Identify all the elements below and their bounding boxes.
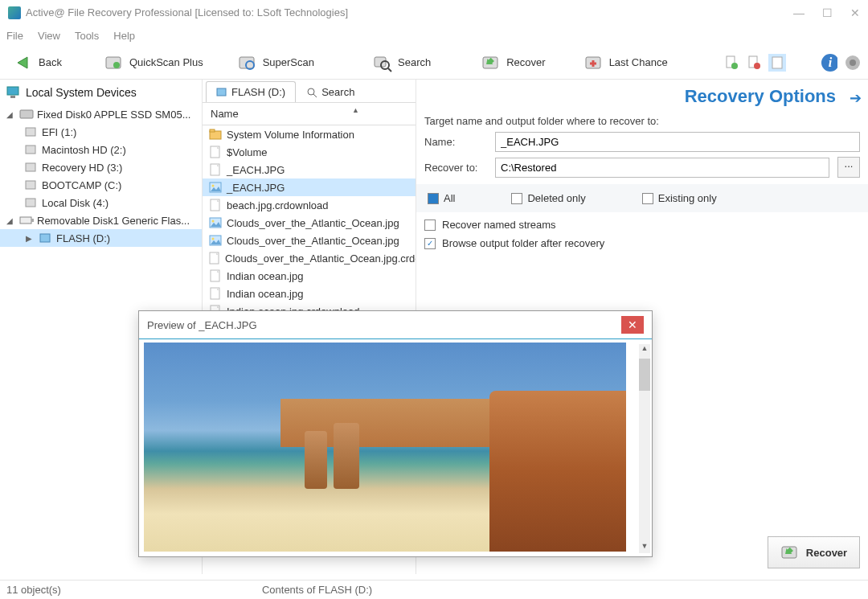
- target-description: Target name and output folder where to r…: [424, 115, 860, 127]
- tree-vol-recovery[interactable]: Recovery HD (3:): [0, 158, 202, 176]
- expand-arrow-icon[interactable]: ▶: [26, 234, 35, 243]
- tree-vol-macintosh[interactable]: Macintosh HD (2:): [0, 141, 202, 158]
- filter-all-radio[interactable]: All: [428, 192, 455, 204]
- filter-deleted-radio[interactable]: Deleted only: [511, 192, 585, 204]
- volume-icon: [24, 161, 39, 174]
- menu-tools[interactable]: Tools: [75, 30, 99, 42]
- browse-folder-button[interactable]: ...: [837, 157, 860, 178]
- file-row[interactable]: Indian ocean.jpg: [203, 285, 416, 302]
- quickscan-button[interactable]: QuickScan Plus: [99, 49, 208, 76]
- search-button[interactable]: Search: [367, 49, 436, 76]
- search-label: Search: [398, 56, 431, 68]
- fixed-disk-icon: [19, 108, 34, 121]
- file-row[interactable]: $Volume: [203, 143, 416, 161]
- file-row[interactable]: Clouds_over_the_Atlantic_Ocean.jpg: [203, 232, 416, 249]
- statusbar: 11 object(s) Contents of FLASH (D:): [0, 580, 868, 599]
- svg-line-31: [313, 94, 317, 97]
- svg-rect-28: [40, 234, 50, 242]
- file-row[interactable]: _EACH.JPG: [203, 161, 416, 178]
- sort-asc-icon: ▲: [352, 106, 359, 114]
- name-input[interactable]: [495, 132, 860, 152]
- svg-rect-27: [31, 219, 34, 222]
- file-name: Indian ocean.jpg: [227, 270, 303, 282]
- svg-rect-22: [26, 146, 35, 154]
- doc-highlight-icon[interactable]: [768, 54, 786, 72]
- close-icon[interactable]: ✕: [850, 6, 860, 19]
- recover-button[interactable]: Recover: [768, 536, 860, 568]
- search-icon: [372, 52, 393, 73]
- tree-vol-efi[interactable]: EFI (1:): [0, 123, 202, 141]
- recover-streams-checkbox[interactable]: Recover named streams: [424, 219, 860, 231]
- scroll-up-icon[interactable]: ▲: [639, 344, 650, 355]
- file-icon: [209, 199, 222, 211]
- file-row[interactable]: Clouds_over_the_Atlantic_Ocean.jpg: [203, 214, 416, 232]
- file-icon: [209, 269, 222, 282]
- info-icon[interactable]: i: [820, 54, 837, 72]
- tree-vol-bootcamp[interactable]: BOOTCAMP (C:): [0, 176, 202, 194]
- collapse-arrow-icon[interactable]: ◢: [6, 216, 16, 225]
- collapse-panel-icon[interactable]: ➔: [850, 89, 862, 107]
- preview-scrollbar[interactable]: ▲ ▼: [639, 344, 650, 553]
- file-row[interactable]: Indian ocean.jpg: [203, 267, 416, 285]
- file-name: _EACH.JPG: [227, 164, 285, 176]
- file-row[interactable]: System Volume Information: [203, 125, 416, 143]
- file-row[interactable]: beach.jpg.crdownload: [203, 196, 416, 214]
- filter-existing-radio[interactable]: Existing only: [642, 192, 717, 204]
- tree-vol-flash[interactable]: ▶ FLASH (D:): [0, 229, 202, 247]
- svg-rect-25: [26, 199, 35, 207]
- minimize-icon[interactable]: —: [793, 6, 805, 19]
- svg-rect-29: [217, 88, 226, 96]
- tree-disk1[interactable]: ◢ Removable Disk1 Generic Flas...: [0, 211, 202, 229]
- file-row[interactable]: Clouds_over_the_Atlantic_Ocean.jpg.crdow…: [203, 249, 416, 267]
- status-object-count: 11 object(s): [6, 584, 61, 596]
- tree-vol-local[interactable]: Local Disk (4:): [0, 194, 202, 211]
- status-contents: Contents of FLASH (D:): [262, 584, 372, 596]
- file-icon: [209, 146, 222, 158]
- recovery-options-title: Recovery Options: [424, 86, 860, 107]
- preview-close-button[interactable]: ✕: [621, 316, 644, 334]
- file-name: Clouds_over_the_Atlantic_Ocean.jpg.crdow…: [225, 252, 416, 265]
- menu-view[interactable]: View: [38, 30, 60, 42]
- lastchance-button[interactable]: Last Chance: [579, 49, 673, 76]
- back-button[interactable]: Back: [8, 49, 67, 76]
- menu-help[interactable]: Help: [113, 30, 135, 42]
- file-name: $Volume: [227, 146, 268, 158]
- scroll-thumb[interactable]: [639, 359, 650, 391]
- volume-icon: [24, 178, 39, 191]
- volume-icon: [24, 143, 39, 156]
- svg-rect-24: [26, 181, 35, 189]
- file-icon: [209, 163, 222, 176]
- menu-file[interactable]: File: [6, 30, 23, 42]
- doc-cancel-icon[interactable]: [746, 54, 764, 72]
- svg-rect-20: [20, 110, 33, 118]
- settings-icon[interactable]: [842, 54, 860, 72]
- drive-recover-icon: [481, 52, 502, 73]
- svg-line-6: [388, 68, 391, 72]
- recover-to-input[interactable]: [495, 158, 829, 178]
- svg-point-10: [731, 63, 738, 69]
- preview-title: Preview of _EACH.JPG: [147, 319, 257, 331]
- file-row[interactable]: _EACH.JPG: [203, 178, 416, 196]
- collapse-arrow-icon[interactable]: ◢: [6, 110, 16, 119]
- svg-rect-21: [26, 128, 35, 136]
- tab-flash[interactable]: FLASH (D:): [206, 81, 296, 102]
- scroll-down-icon[interactable]: ▼: [639, 542, 650, 553]
- svg-rect-26: [20, 217, 31, 224]
- doc-check-icon[interactable]: [723, 54, 741, 72]
- tab-search[interactable]: Search: [296, 81, 365, 102]
- file-name: beach.jpg.crdownload: [227, 199, 328, 211]
- maximize-icon[interactable]: ☐: [822, 6, 833, 19]
- file-name: _EACH.JPG: [227, 182, 285, 194]
- superscan-button[interactable]: SuperScan: [232, 49, 319, 76]
- list-header-name[interactable]: Name ▲: [203, 103, 416, 125]
- file-name: Clouds_over_the_Atlantic_Ocean.jpg: [227, 217, 399, 229]
- recover-toolbar-button[interactable]: Recover: [476, 49, 550, 76]
- recover-toolbar-label: Recover: [506, 56, 545, 68]
- image-icon: [209, 181, 222, 194]
- file-name: System Volume Information: [227, 129, 354, 141]
- tree-disk0[interactable]: ◢ Fixed Disk0 APPLE SSD SM05...: [0, 105, 202, 123]
- drive-superscan-icon: [237, 52, 258, 73]
- svg-point-30: [308, 88, 314, 95]
- browse-after-checkbox[interactable]: ✓Browse output folder after recovery: [424, 237, 860, 249]
- lastchance-label: Last Chance: [609, 56, 668, 68]
